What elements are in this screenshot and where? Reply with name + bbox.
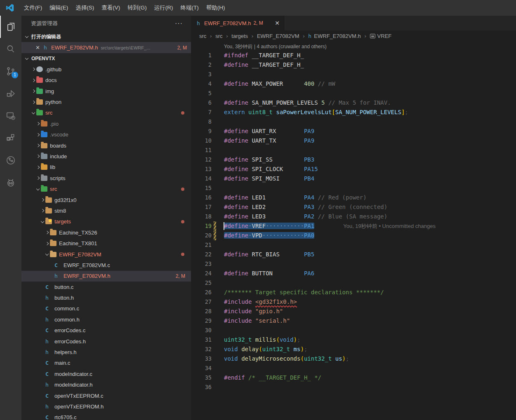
code-line-30[interactable]: 30 [191, 326, 516, 335]
code-line-5[interactable]: 5 [191, 89, 516, 98]
menu-g[interactable]: 转到(G) [124, 2, 151, 14]
code-line-27[interactable]: 27#include <gd32f1x0.h> [191, 297, 516, 307]
tree-file-rtc6705-c[interactable]: Crtc6705.c [21, 412, 191, 420]
tree-folder-gd32f1x0[interactable]: gd32f1x0 [21, 195, 191, 205]
menu-t[interactable]: 终端(T) [177, 2, 203, 14]
code-line-22[interactable]: 22#define RTC_BIAS PB5 [191, 250, 516, 259]
gitlens-icon[interactable] [0, 149, 21, 171]
code-line-6[interactable]: 6#define SA_NUM_POWER_LEVELS 5 // Max 5 … [191, 98, 516, 108]
code-line-8[interactable]: 8 [191, 117, 516, 127]
views-and-more-actions-button[interactable]: ··· [172, 20, 185, 27]
tree-folder--vscode[interactable]: .vscode [21, 129, 191, 140]
extensions-icon[interactable] [0, 127, 21, 149]
breadcrumb-item-ewrf-e7082vm-h[interactable]: hEWRF_E7082VM.h [308, 33, 360, 39]
code-line-1[interactable]: 1#ifndef __TARGET_DEF_H_ [191, 51, 516, 60]
tree-folder-scripts[interactable]: scripts [21, 173, 191, 183]
code-editor[interactable]: You, 3秒钟前 | 4 authors (cruwaller and oth… [191, 41, 516, 420]
code-line-24[interactable]: 24#define BUTTON PA6 [191, 269, 516, 278]
tree-folder-stm8[interactable]: stm8 [21, 205, 191, 216]
run-and-debug-icon[interactable] [0, 82, 21, 105]
code-line-25[interactable]: 25 [191, 278, 516, 288]
code-line-10[interactable]: 10#define UART_TX PA9 [191, 136, 516, 145]
tree-file-main-c[interactable]: Cmain.c [21, 358, 191, 368]
menu-s[interactable]: 选择(S) [72, 2, 98, 14]
code-line-20[interactable]: 20#define·VPD············PA0 [191, 231, 516, 240]
menu-e[interactable]: 编辑(E) [46, 2, 72, 14]
tree-folder-eachine-tx526[interactable]: Eachine_TX526 [21, 227, 191, 238]
menu-v[interactable]: 查看(V) [98, 2, 124, 14]
code-line-15[interactable]: 15 [191, 183, 516, 193]
platformio-icon[interactable] [0, 171, 21, 194]
menu-h[interactable]: 帮助(H) [203, 2, 229, 14]
menu-r[interactable]: 运行(R) [151, 2, 177, 14]
breadcrumb-item-src[interactable]: src [199, 33, 206, 39]
workspace-section-header[interactable]: OPENVTX [21, 53, 191, 64]
search-icon[interactable] [0, 38, 21, 60]
breadcrumb-item-targets[interactable]: targets [231, 33, 248, 39]
code-line-33[interactable]: 33void delayMicroseconds(uint32_t us); [191, 354, 516, 364]
code-line-36[interactable]: 36 [191, 382, 516, 392]
tree-folder-python[interactable]: python [21, 96, 191, 107]
tree-folder-src[interactable]: src [21, 183, 191, 194]
code-line-12[interactable]: 12#define SPI_SS PB3 [191, 155, 516, 164]
menu-f[interactable]: 文件(F) [20, 2, 46, 14]
tree-folder-include[interactable]: include [21, 151, 191, 162]
close-icon[interactable]: ✕ [275, 20, 280, 26]
code-line-32[interactable]: 32void delay(uint32_t ms); [191, 345, 516, 354]
tree-file-common-c[interactable]: Ccommon.c [21, 303, 191, 314]
tree-folder-ewrf-e7082vm[interactable]: EWRF_E7082VM [21, 249, 191, 260]
tree-folder-eachine-tx801[interactable]: Eachine_TX801 [21, 238, 191, 249]
tree-file-errorcodes-h[interactable]: herrorCodes.h [21, 336, 191, 347]
tab-ewrf-e7082vm-h[interactable]: h EWRF_E7082VM.h 2, M ✕ [191, 16, 284, 31]
code-line-34[interactable]: 34 [191, 364, 516, 373]
tree-folder-img[interactable]: img [21, 86, 191, 96]
remote-explorer-icon[interactable] [0, 105, 21, 127]
open-editor-item[interactable]: ✕ h EWRF_E7082VM.h src\src\targets\EWRF_… [21, 42, 191, 53]
tree-folder-lib[interactable]: lib [21, 162, 191, 173]
tree-file-helpers-h[interactable]: hhelpers.h [21, 347, 191, 357]
tree-file-openvtxeeprom-h[interactable]: hopenVTxEEPROM.h [21, 401, 191, 412]
explorer-icon[interactable] [0, 16, 21, 38]
line-content: #ifndef __TARGET_DEF_H_ [224, 51, 304, 60]
tree-file-ewrf-e7082vm-c[interactable]: CEWRF_E7082VM.c [21, 260, 191, 270]
breadcrumb-item-src[interactable]: src [215, 33, 222, 39]
code-line-16[interactable]: 16#define LED1 PA4 // Red (power) [191, 193, 516, 202]
tree-file-common-h[interactable]: hcommon.h [21, 314, 191, 325]
tree-folder-docs[interactable]: docs [21, 75, 191, 86]
tree-folder--github[interactable]: .github [21, 64, 191, 75]
tree-file-modeindicator-h[interactable]: hmodeIndicator.h [21, 380, 191, 390]
code-line-11[interactable]: 11 [191, 145, 516, 155]
code-line-13[interactable]: 13#define SPI_CLOCK PA15 [191, 164, 516, 174]
code-line-3[interactable]: 3 [191, 70, 516, 79]
code-line-26[interactable]: 26/******* Target specific declarations … [191, 288, 516, 297]
code-line-9[interactable]: 9#define UART_RX PA9 [191, 127, 516, 136]
code-line-7[interactable]: 7extern uint8_t saPowerLevelsLut[SA_NUM_… [191, 108, 516, 117]
tree-file-button-h[interactable]: hbutton.h [21, 292, 191, 303]
code-line-23[interactable]: 23 [191, 259, 516, 269]
tree-file-openvtxeeprom-c[interactable]: CopenVTxEEPROM.c [21, 390, 191, 401]
code-line-2[interactable]: 2#define __TARGET_DEF_H_ [191, 60, 516, 70]
code-line-21[interactable]: 21 [191, 240, 516, 250]
code-line-29[interactable]: 29#include "serial.h" [191, 316, 516, 326]
tree-folder--pio[interactable]: .pio [21, 118, 191, 129]
code-line-4[interactable]: 4#define MAX_POWER 400 // mW [191, 79, 516, 89]
code-line-18[interactable]: 18#define LED3 PA2 // Blue (SA message) [191, 212, 516, 221]
code-line-19[interactable]: 19#define·VREF···········PA1You, 19秒钟前 •… [191, 221, 516, 231]
tree-file-ewrf-e7082vm-h[interactable]: hEWRF_E7082VM.h2, M [21, 271, 191, 282]
source-control-icon[interactable]: 1 [0, 60, 21, 82]
code-line-31[interactable]: 31uint32_t millis(void); [191, 335, 516, 345]
close-icon[interactable]: ✕ [35, 45, 44, 51]
code-line-28[interactable]: 28#include "gpio.h" [191, 307, 516, 316]
tree-file-errorcodes-c[interactable]: CerrorCodes.c [21, 325, 191, 336]
breadcrumb-item-vref[interactable]: VREF [370, 33, 392, 39]
tree-file-button-c[interactable]: Cbutton.c [21, 282, 191, 292]
code-line-14[interactable]: 14#define SPI_MOSI PB4 [191, 174, 516, 183]
tree-folder-src[interactable]: src [21, 108, 191, 118]
breadcrumb-item-ewrf-e7082vm[interactable]: EWRF_E7082VM [257, 33, 299, 39]
tree-folder-targets[interactable]: targets [21, 216, 191, 227]
code-line-35[interactable]: 35#endif /* __TARGET_DEF_H_ */ [191, 373, 516, 382]
open-editors-section-header[interactable]: 打开的编辑器 [21, 31, 191, 42]
code-line-17[interactable]: 17#define LED2 PA3 // Green (connected) [191, 202, 516, 212]
tree-file-modeindicator-c[interactable]: CmodeIndicator.c [21, 368, 191, 379]
tree-folder-boards[interactable]: boards [21, 140, 191, 151]
